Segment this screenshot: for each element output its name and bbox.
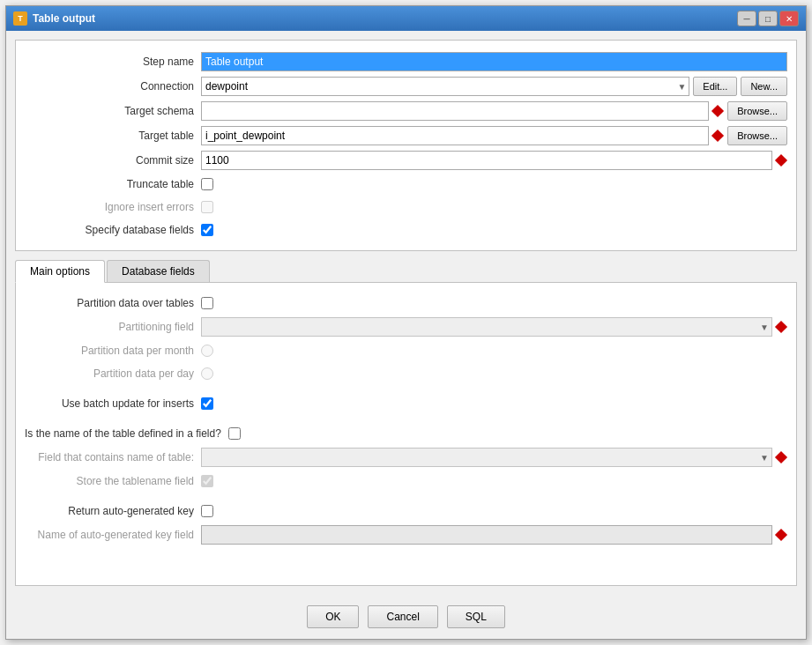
step-name-row: Step name [16, 49, 796, 74]
title-bar: T Table output ─ □ ✕ [6, 6, 806, 31]
table-in-field-row: Is the name of the table defined in a fi… [16, 422, 796, 445]
target-schema-input-group: Browse... [201, 101, 787, 121]
truncate-table-row: Truncate table [16, 173, 796, 196]
batch-update-checkbox[interactable] [201, 397, 213, 410]
partition-data-label: Partition data over tables [25, 297, 201, 309]
schema-diamond [711, 105, 724, 117]
ignore-errors-row: Ignore insert errors [16, 196, 796, 219]
truncate-table-checkbox[interactable] [201, 178, 213, 190]
table-in-field-label: Is the name of the table defined in a fi… [25, 427, 228, 440]
field-contains-diamond [775, 451, 787, 463]
commit-size-label: Commit size [25, 154, 201, 167]
specify-db-fields-row: Specify database fields [16, 219, 796, 241]
field-contains-select-wrapper: ▼ [201, 448, 772, 467]
sql-button[interactable]: SQL [447, 605, 505, 628]
target-table-input[interactable] [201, 126, 709, 145]
commit-size-input-group [201, 151, 787, 170]
partition-per-day-label: Partition data per day [25, 367, 201, 380]
commit-size-input[interactable] [201, 151, 772, 170]
ok-button[interactable]: OK [307, 605, 359, 628]
specify-db-fields-label: Specify database fields [25, 224, 201, 236]
partition-per-day-radio[interactable] [201, 367, 213, 380]
commit-diamond [775, 154, 787, 167]
partitioning-field-select[interactable] [201, 317, 772, 337]
step-name-label: Step name [25, 56, 201, 68]
auto-key-row: Return auto-generated key [16, 500, 796, 523]
partitioning-field-row: Partitioning field ▼ [16, 315, 796, 339]
auto-key-field-input[interactable] [201, 525, 772, 545]
field-contains-table-label: Field that contains name of table: [25, 451, 201, 463]
partitioning-diamond [775, 321, 787, 333]
partition-per-month-radio[interactable] [201, 345, 213, 357]
maximize-button[interactable]: □ [758, 11, 778, 26]
specify-db-fields-checkbox[interactable] [201, 224, 213, 236]
batch-update-label: Use batch update for inserts [25, 397, 201, 410]
connection-input-group: dewpoint ▼ Edit... New... [201, 77, 787, 96]
browse-schema-button[interactable]: Browse... [727, 101, 787, 121]
connection-label: Connection [25, 80, 201, 93]
table-in-field-checkbox[interactable] [228, 427, 241, 440]
tabs-section: Main options Database fields Partition d… [15, 255, 797, 586]
auto-key-field-row: Name of auto-generated key field [16, 523, 796, 547]
target-schema-input[interactable] [201, 101, 709, 121]
edit-button[interactable]: Edit... [693, 77, 737, 96]
target-table-label: Target table [25, 130, 201, 142]
step-name-input[interactable] [201, 52, 787, 71]
target-schema-row: Target schema Browse... [16, 99, 796, 123]
cancel-button[interactable]: Cancel [368, 605, 437, 628]
title-bar-buttons: ─ □ ✕ [737, 11, 799, 26]
store-tablename-label: Store the tablename field [25, 475, 201, 487]
truncate-table-label: Truncate table [25, 178, 201, 190]
partitioning-field-group: ▼ [201, 317, 787, 337]
tabs-container: Main options Database fields [15, 260, 797, 283]
auto-key-diamond [775, 529, 787, 541]
field-contains-table-select[interactable] [201, 448, 772, 467]
partition-data-checkbox[interactable] [201, 297, 213, 309]
ignore-errors-label: Ignore insert errors [25, 201, 201, 213]
tab-content-main-options: Partition data over tables Partitioning … [15, 283, 797, 586]
partition-data-row: Partition data over tables [16, 292, 796, 315]
bottom-bar: OK Cancel SQL [6, 595, 806, 639]
commit-size-row: Commit size [16, 148, 796, 173]
target-table-row: Target table Browse... [16, 123, 796, 148]
ignore-errors-checkbox[interactable] [201, 201, 213, 213]
browse-table-button[interactable]: Browse... [727, 126, 787, 145]
window-icon: T [13, 11, 27, 26]
store-tablename-row: Store the tablename field [16, 470, 796, 493]
field-contains-table-group: ▼ [201, 448, 787, 467]
tab-database-fields[interactable]: Database fields [107, 260, 210, 282]
target-table-input-group: Browse... [201, 126, 787, 145]
window-title: Table output [33, 12, 737, 25]
partitioning-field-label: Partitioning field [25, 321, 201, 333]
auto-key-field-group [201, 525, 787, 545]
auto-key-label: Return auto-generated key [25, 505, 201, 517]
table-diamond [711, 130, 724, 142]
window-content: Step name Connection dewpoint ▼ Edit... … [6, 31, 806, 595]
minimize-button[interactable]: ─ [737, 11, 756, 26]
connection-row: Connection dewpoint ▼ Edit... New... [16, 74, 796, 99]
connection-select-wrapper: dewpoint ▼ [201, 77, 689, 96]
store-tablename-checkbox[interactable] [201, 475, 213, 487]
target-schema-label: Target schema [25, 105, 201, 117]
partition-per-day-row: Partition data per day [16, 362, 796, 385]
partitioning-select-wrapper: ▼ [201, 317, 772, 337]
new-button[interactable]: New... [741, 77, 787, 96]
top-form-section: Step name Connection dewpoint ▼ Edit... … [15, 40, 797, 251]
tab-main-options[interactable]: Main options [15, 260, 105, 283]
auto-key-field-label: Name of auto-generated key field [25, 529, 201, 541]
field-contains-table-row: Field that contains name of table: ▼ [16, 445, 796, 470]
connection-select[interactable]: dewpoint [201, 77, 689, 96]
main-window: T Table output ─ □ ✕ Step name Connectio… [5, 5, 807, 640]
partition-per-month-label: Partition data per month [25, 345, 201, 357]
batch-update-row: Use batch update for inserts [16, 392, 796, 415]
auto-key-checkbox[interactable] [201, 505, 213, 517]
close-button[interactable]: ✕ [779, 11, 799, 26]
partition-per-month-row: Partition data per month [16, 339, 796, 362]
